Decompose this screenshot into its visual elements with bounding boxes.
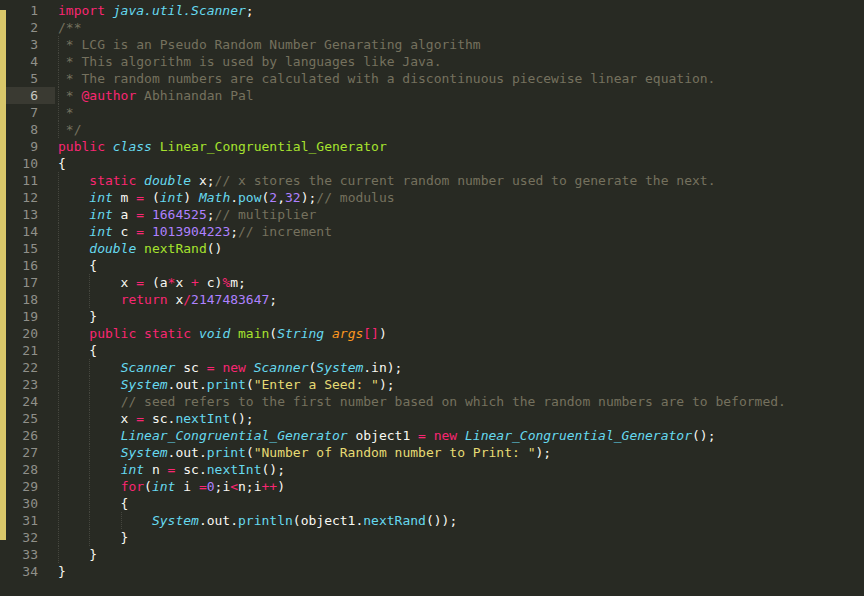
token-function-call: nextRand [363, 513, 426, 528]
indent-guide [58, 529, 59, 546]
line-number: 34 [0, 563, 55, 580]
line-number: 24 [0, 393, 55, 410]
token-type-italic: Linear_Congruential_Generator [465, 428, 692, 443]
code-line[interactable]: 10{ [0, 155, 864, 172]
code-line[interactable]: 34} [0, 563, 864, 580]
token-plain: .in); [363, 360, 402, 375]
token-plain: m; [230, 275, 246, 290]
code-line[interactable]: 7 * [0, 104, 864, 121]
token-keyword: = [207, 360, 215, 375]
code-line[interactable]: 12 int m = (int) Math.pow(2,32);// modul… [0, 189, 864, 206]
token-plain [230, 326, 238, 341]
indent-guide [89, 512, 90, 529]
token-plain: (); [230, 411, 253, 426]
indent-guide [121, 512, 122, 529]
code-line-text: x = sc.nextInt(); [55, 410, 864, 427]
indent-guide [58, 189, 59, 206]
code-line[interactable]: 6 * @author Abhinandan Pal [0, 87, 864, 104]
token-string: "Number of Random number to Print: " [254, 445, 536, 460]
code-line[interactable]: 5 * The random numbers are calculated wi… [0, 70, 864, 87]
token-plain [58, 190, 89, 205]
code-line[interactable]: 28 int n = sc.nextInt(); [0, 461, 864, 478]
token-keyword: public [58, 139, 105, 154]
code-line[interactable]: 2/** [0, 19, 864, 36]
indent-guide [89, 274, 90, 291]
code-line[interactable]: 13 int a = 1664525;// multiplier [0, 206, 864, 223]
code-line[interactable]: 16 { [0, 257, 864, 274]
token-function-definition: main [238, 326, 269, 341]
code-line[interactable]: 30 { [0, 495, 864, 512]
code-line[interactable]: 22 Scanner sc = new Scanner(System.in); [0, 359, 864, 376]
code-line[interactable]: 9public class Linear_Congruential_Genera… [0, 138, 864, 155]
token-plain: x [168, 292, 184, 307]
code-line[interactable]: 23 System.out.print("Enter a Seed: "); [0, 376, 864, 393]
indent-guide [58, 70, 59, 87]
code-line-text: double nextRand() [55, 240, 864, 257]
code-line[interactable]: 15 double nextRand() [0, 240, 864, 257]
code-line[interactable]: 19 } [0, 308, 864, 325]
token-plain: (object1. [293, 513, 363, 528]
code-line-text: System.out.println(object1.nextRand()); [55, 512, 864, 529]
token-plain: { [58, 343, 97, 358]
token-plain: ; [246, 3, 254, 18]
indent-guide [58, 393, 59, 410]
code-line[interactable]: 32 } [0, 529, 864, 546]
indent-guide [58, 121, 59, 138]
code-line[interactable]: 27 System.out.print("Number of Random nu… [0, 444, 864, 461]
token-type-italic: System [121, 377, 168, 392]
code-line[interactable]: 11 static double x;// x stores the curre… [0, 172, 864, 189]
code-line[interactable]: 25 x = sc.nextInt(); [0, 410, 864, 427]
token-plain [324, 326, 332, 341]
token-plain: x [175, 275, 191, 290]
code-line[interactable]: 14 int c = 1013904223;// increment [0, 223, 864, 240]
line-number: 26 [0, 427, 55, 444]
code-line-text: Scanner sc = new Scanner(System.in); [55, 359, 864, 376]
indent-guide [58, 359, 59, 376]
code-line-text: } [55, 308, 864, 325]
indent-guide [58, 376, 59, 393]
code-line[interactable]: 4 * This algorithm is used by languages … [0, 53, 864, 70]
token-keyword: new [222, 360, 245, 375]
indent-guide [58, 240, 59, 257]
code-line[interactable]: 31 System.out.println(object1.nextRand()… [0, 512, 864, 529]
code-editor[interactable]: 1import java.util.Scanner;2/**3 * LCG is… [0, 0, 864, 596]
token-keyword: = [136, 411, 144, 426]
line-number: 31 [0, 512, 55, 529]
token-number: 2 [269, 190, 277, 205]
code-line[interactable]: 17 x = (a*x + c)%m; [0, 274, 864, 291]
code-line[interactable]: 20 public static void main(String args[]… [0, 325, 864, 342]
token-plain [58, 513, 152, 528]
code-line[interactable]: 3 * LCG is an Pseudo Random Number Genar… [0, 36, 864, 53]
token-type-italic: Scanner [121, 360, 176, 375]
indent-guide [58, 104, 59, 121]
token-comment: * This algorithm is used by languages li… [58, 54, 442, 69]
code-line-text: * The random numbers are calculated with… [55, 70, 864, 87]
code-line-text: Linear_Congruential_Generator object1 = … [55, 427, 864, 444]
code-line[interactable]: 1import java.util.Scanner; [0, 2, 864, 19]
code-line-text: { [55, 495, 864, 512]
token-plain: } [58, 530, 128, 545]
token-plain: c [113, 224, 136, 239]
code-line[interactable]: 21 { [0, 342, 864, 359]
code-line[interactable]: 24 // seed refers to the first number ba… [0, 393, 864, 410]
indent-guide [89, 291, 90, 308]
code-line[interactable]: 33 } [0, 546, 864, 563]
token-plain [246, 360, 254, 375]
code-line-text: } [55, 563, 864, 580]
token-plain: ; [269, 292, 277, 307]
token-type-italic: class [113, 139, 152, 154]
token-plain: { [58, 156, 66, 171]
code-line[interactable]: 8 */ [0, 121, 864, 138]
token-type-italic: System [121, 445, 168, 460]
code-line[interactable]: 29 for(int i =0;i<n;i++) [0, 478, 864, 495]
code-line-text: int n = sc.nextInt(); [55, 461, 864, 478]
line-number: 3 [0, 36, 55, 53]
token-keyword: [] [363, 326, 379, 341]
code-line[interactable]: 18 return x/2147483647; [0, 291, 864, 308]
token-plain: ); [535, 445, 551, 460]
code-line-text: * [55, 104, 864, 121]
code-line-text: return x/2147483647; [55, 291, 864, 308]
code-line[interactable]: 26 Linear_Congruential_Generator object1… [0, 427, 864, 444]
indent-guide [58, 461, 59, 478]
token-function-call: nextInt [207, 462, 262, 477]
